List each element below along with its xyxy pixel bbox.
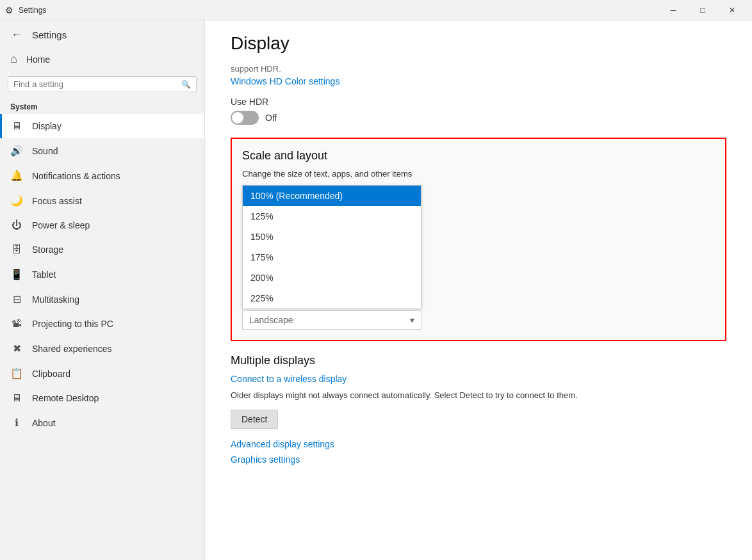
sidebar-item-sound[interactable]: 🔊 Sound [0,138,204,163]
back-button[interactable]: ← [8,26,26,44]
toggle-knob [232,112,243,124]
orientation-label: Landscape [249,315,293,325]
titlebar: ⚙ Settings ─ □ ✕ [0,0,752,20]
search-input[interactable] [13,79,181,89]
about-icon: ℹ [10,417,23,429]
close-button[interactable]: ✕ [717,0,747,20]
sidebar-item-label-about: About [32,418,56,428]
scale-option[interactable]: 200% [243,268,421,288]
projecting-icon: 📽 [10,318,23,330]
notifications-icon: 🔔 [10,170,23,182]
focus-icon: 🌙 [10,195,23,207]
sidebar-item-clipboard[interactable]: 📋 Clipboard [0,361,204,386]
titlebar-left: ⚙ Settings [5,5,46,15]
graphics-settings-link[interactable]: Graphics settings [231,454,726,465]
home-nav-item[interactable]: ⌂ Home [0,46,204,72]
search-icon: 🔍 [181,80,191,89]
sidebar-item-label-power: Power & sleep [32,220,90,230]
sidebar-item-display[interactable]: 🖥 Display [0,114,204,138]
home-label: Home [26,54,50,65]
hdr-color-link[interactable]: Windows HD Color settings [231,76,339,86]
titlebar-controls: ─ □ ✕ [658,0,747,20]
sidebar-item-label-shared: Shared experiences [32,344,112,354]
sidebar-item-label-storage: Storage [32,244,63,255]
sidebar-item-focus[interactable]: 🌙 Focus assist [0,188,204,213]
orientation-dropdown[interactable]: Landscape ▾ [242,310,421,330]
sound-icon: 🔊 [10,145,23,157]
search-box[interactable]: 🔍 [8,76,197,92]
sidebar-item-label-clipboard: Clipboard [32,369,70,379]
app-body: ← Settings ⌂ Home 🔍 System 🖥 Display 🔊 S… [0,20,752,560]
page-title: Display [231,33,726,54]
multiple-displays-desc: Older displays might not always connect … [231,389,726,402]
sidebar-app-title: Settings [32,29,67,40]
power-icon: ⏻ [10,220,23,231]
sidebar-item-power[interactable]: ⏻ Power & sleep [0,213,204,237]
clipboard-icon: 📋 [10,367,23,380]
sidebar-item-label-projecting: Projecting to this PC [32,319,113,329]
sidebar-item-remote[interactable]: 🖥 Remote Desktop [0,386,204,410]
toggle-state-label: Off [265,113,277,123]
sidebar-item-tablet[interactable]: 📱 Tablet [0,262,204,287]
scale-option[interactable]: 175% [243,247,421,268]
display-icon: 🖥 [10,120,23,132]
hdr-toggle[interactable] [231,111,259,125]
sidebar-item-label-display: Display [32,121,61,131]
main-content: Display support HDR. Windows HD Color se… [205,20,752,560]
sidebar-item-label-sound: Sound [32,146,58,156]
scale-option[interactable]: 125% [243,206,421,227]
titlebar-title: Settings [19,6,46,15]
detect-button[interactable]: Detect [231,410,278,429]
advanced-display-link[interactable]: Advanced display settings [231,439,726,449]
settings-icon: ⚙ [5,5,13,15]
scale-option[interactable]: 225% [243,288,421,308]
storage-icon: 🗄 [10,244,23,255]
scale-layout-box: Scale and layout Change the size of text… [231,138,726,341]
sidebar-section-label: System [0,97,204,114]
sidebar-item-shared[interactable]: ✖ Shared experiences [0,336,204,361]
remote-icon: 🖥 [10,392,23,404]
hdr-subtitle: support HDR. [231,64,726,74]
sidebar-item-projecting[interactable]: 📽 Projecting to this PC [0,312,204,336]
sidebar: ← Settings ⌂ Home 🔍 System 🖥 Display 🔊 S… [0,20,205,560]
shared-icon: ✖ [10,342,23,355]
sidebar-item-label-focus: Focus assist [32,196,82,206]
use-hdr-label: Use HDR [231,97,726,107]
sidebar-top: ← Settings [0,20,204,46]
scale-option[interactable]: 100% (Recommended) [243,186,421,206]
sidebar-item-notifications[interactable]: 🔔 Notifications & actions [0,163,204,188]
hdr-toggle-row: Off [231,111,726,125]
scale-title: Scale and layout [242,149,715,163]
sidebar-item-label-multitasking: Multitasking [32,294,79,305]
sidebar-item-label-notifications: Notifications & actions [32,171,120,181]
scale-description: Change the size of text, apps, and other… [242,169,715,179]
multitasking-icon: ⊟ [10,293,23,305]
scale-option[interactable]: 150% [243,227,421,247]
minimize-button[interactable]: ─ [658,0,688,20]
sidebar-item-multitasking[interactable]: ⊟ Multitasking [0,287,204,312]
chevron-down-icon: ▾ [410,315,414,325]
home-icon: ⌂ [10,52,17,66]
scale-dropdown[interactable]: 100% (Recommended)125%150%175%200%225% [242,185,421,309]
sidebar-item-label-remote: Remote Desktop [32,393,99,403]
sidebar-item-label-tablet: Tablet [32,269,56,280]
nav-items-container: 🖥 Display 🔊 Sound 🔔 Notifications & acti… [0,114,204,435]
sidebar-item-storage[interactable]: 🗄 Storage [0,237,204,262]
sidebar-item-about[interactable]: ℹ About [0,410,204,435]
maximize-button[interactable]: □ [688,0,717,20]
tablet-icon: 📱 [10,268,23,280]
connect-wireless-link[interactable]: Connect to a wireless display [231,374,726,384]
multiple-displays-title: Multiple displays [231,354,726,367]
